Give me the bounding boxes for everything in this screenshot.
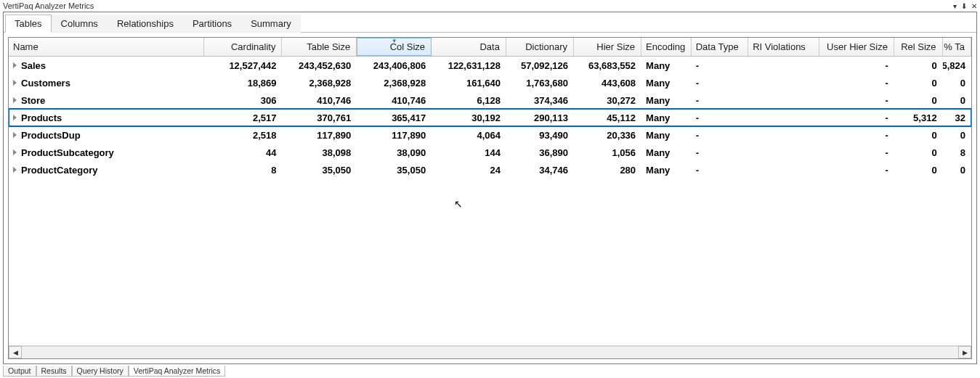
column-header-label: % Ta: [944, 41, 965, 52]
cell-rel_size: 0: [894, 60, 943, 71]
row-name-label: ProductSubcategory: [21, 147, 114, 158]
close-icon[interactable]: ✕: [971, 2, 977, 10]
tab-relationships[interactable]: Relationships: [108, 15, 183, 33]
cell-rel_size: 0: [894, 147, 943, 158]
expand-icon[interactable]: [13, 167, 17, 173]
row-name-label: Customers: [21, 78, 70, 89]
cell-data_type: -: [692, 147, 748, 158]
cell-user_hier: -: [819, 112, 894, 123]
tab-columns[interactable]: Columns: [52, 15, 108, 33]
bottom-tab-results[interactable]: Results: [36, 366, 72, 377]
cell-pct: 45,824: [943, 60, 971, 71]
cell-dictionary: 93,490: [506, 130, 574, 141]
grid-body: Sales12,527,442243,452,630243,406,806122…: [9, 57, 971, 345]
scroll-left-button[interactable]: ◀: [9, 346, 22, 358]
column-header-data[interactable]: Data: [432, 38, 506, 56]
panel-root: VertiPaq Analyzer Metrics ▾ ⬇ ✕ TablesCo…: [0, 0, 980, 378]
column-header-hier-size[interactable]: Hier Size: [574, 38, 641, 56]
cell-dictionary: 374,346: [506, 95, 574, 106]
table-row[interactable]: Customers18,8692,368,9282,368,928161,640…: [9, 74, 971, 91]
cell-name: Sales: [9, 60, 204, 71]
cell-name: Store: [9, 95, 204, 106]
cell-cardinality: 44: [204, 147, 283, 158]
column-header-label: Cardinality: [231, 41, 275, 52]
column-header-label: RI Violations: [753, 41, 806, 52]
tab-summary[interactable]: Summary: [241, 15, 301, 33]
titlebar: VertiPaq Analyzer Metrics ▾ ⬇ ✕: [0, 0, 980, 12]
grid: NameCardinalityTable Size▼Col SizeDataDi…: [8, 37, 972, 359]
column-header-name[interactable]: Name: [9, 38, 204, 56]
row-name-label: Products: [21, 112, 62, 123]
column-header-cardinality[interactable]: Cardinality: [204, 38, 283, 56]
cell-table_size: 117,890: [282, 130, 357, 141]
cell-pct: 0: [943, 130, 971, 141]
cell-data: 161,640: [432, 78, 506, 89]
sort-desc-icon: ▼: [392, 38, 397, 44]
cell-user_hier: -: [819, 95, 894, 106]
column-header-dictionary[interactable]: Dictionary: [506, 38, 574, 56]
scroll-track[interactable]: [22, 346, 958, 358]
table-row[interactable]: Products2,517370,761365,41730,192290,113…: [9, 109, 971, 126]
horizontal-scrollbar[interactable]: ◀ ▶: [9, 345, 971, 358]
cell-user_hier: -: [819, 165, 894, 176]
cell-dictionary: 57,092,126: [506, 60, 574, 71]
cell-encoding: Many: [641, 60, 692, 71]
tab-partitions[interactable]: Partitions: [183, 15, 241, 33]
table-row[interactable]: ProductCategory835,05035,0502434,746280M…: [9, 161, 971, 178]
cell-hier_size: 280: [574, 165, 641, 176]
column-header-label: Table Size: [307, 41, 350, 52]
cell-hier_size: 63,683,552: [574, 60, 641, 71]
cell-col_size: 365,417: [357, 112, 432, 123]
table-row[interactable]: Sales12,527,442243,452,630243,406,806122…: [9, 57, 971, 74]
column-header-pct-ta[interactable]: % Ta: [943, 38, 971, 56]
scroll-right-button[interactable]: ▶: [958, 346, 971, 358]
cell-hier_size: 443,608: [574, 78, 641, 89]
bottom-tab-query-history[interactable]: Query History: [72, 366, 129, 377]
bottom-tab-vertipaq-analyzer-metrics[interactable]: VertiPaq Analyzer Metrics: [129, 366, 226, 377]
pin-icon[interactable]: ⬇: [961, 2, 967, 10]
expand-icon[interactable]: [13, 132, 17, 138]
column-header-label: Data Type: [696, 41, 739, 52]
cell-encoding: Many: [641, 147, 692, 158]
column-header-col-size[interactable]: ▼Col Size: [357, 38, 432, 56]
cell-hier_size: 30,272: [574, 95, 641, 106]
expand-icon[interactable]: [13, 97, 17, 103]
bottom-tab-output[interactable]: Output: [3, 366, 36, 377]
cell-pct: 32: [943, 112, 971, 123]
expand-icon[interactable]: [13, 115, 17, 120]
column-header-ri-violations[interactable]: RI Violations: [748, 38, 819, 56]
expand-icon[interactable]: [13, 80, 17, 86]
cell-cardinality: 12,527,442: [204, 60, 283, 71]
table-row[interactable]: ProductsDup2,518117,890117,8904,06493,49…: [9, 126, 971, 144]
cell-pct: 0: [943, 95, 971, 106]
column-header-label: Name: [13, 41, 39, 52]
column-header-encoding[interactable]: Encoding: [641, 38, 692, 56]
column-header-data-type[interactable]: Data Type: [692, 38, 748, 56]
expand-icon[interactable]: [13, 62, 17, 68]
cell-col_size: 410,746: [357, 95, 432, 106]
cell-name: Products: [9, 112, 204, 123]
cell-user_hier: -: [819, 130, 894, 141]
dropdown-icon[interactable]: ▾: [953, 2, 957, 10]
column-header-rel-size[interactable]: Rel Size: [894, 38, 943, 56]
cell-col_size: 38,090: [357, 147, 432, 158]
cell-data: 6,128: [432, 95, 506, 106]
cell-table_size: 35,050: [282, 165, 357, 176]
cell-table_size: 2,368,928: [282, 78, 357, 89]
cell-name: ProductsDup: [9, 130, 204, 141]
column-header-table-size[interactable]: Table Size: [282, 38, 357, 56]
cell-cardinality: 306: [204, 95, 283, 106]
column-header-user-hier-size[interactable]: User Hier Size: [819, 38, 894, 56]
column-header-label: Hier Size: [596, 41, 635, 52]
table-row[interactable]: Store306410,746410,7466,128374,34630,272…: [9, 91, 971, 109]
expand-icon[interactable]: [13, 149, 17, 155]
cell-user_hier: -: [819, 60, 894, 71]
grid-header-row: NameCardinalityTable Size▼Col SizeDataDi…: [9, 38, 971, 57]
cell-rel_size: 5,312: [894, 112, 943, 123]
tab-tables[interactable]: Tables: [5, 15, 52, 33]
table-row[interactable]: ProductSubcategory4438,09838,09014436,89…: [9, 144, 971, 161]
cell-name: ProductSubcategory: [9, 147, 204, 158]
cell-name: ProductCategory: [9, 165, 204, 176]
cell-rel_size: 0: [894, 95, 943, 106]
cell-pct: 0: [943, 165, 971, 176]
